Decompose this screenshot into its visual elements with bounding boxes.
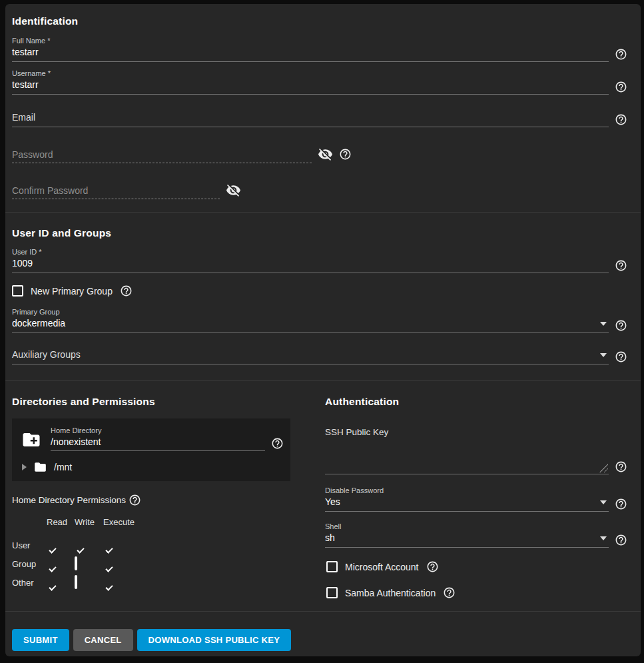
- home-directory-field[interactable]: Home Directory /nonexistent: [51, 426, 265, 451]
- help-icon[interactable]: [615, 113, 627, 126]
- cancel-button[interactable]: CANCEL: [73, 629, 133, 651]
- help-icon[interactable]: [615, 460, 627, 473]
- shell-select[interactable]: Shell sh: [325, 522, 609, 548]
- microsoft-account-label: Microsoft Account: [345, 562, 419, 572]
- full-name-field[interactable]: Full Name * testarr: [12, 37, 609, 62]
- home-directory-label: Home Directory: [51, 426, 265, 434]
- microsoft-account-checkbox[interactable]: [326, 561, 338, 572]
- disable-password-value[interactable]: Yes: [325, 496, 609, 507]
- group-write-checkbox[interactable]: [75, 556, 77, 570]
- ssh-public-key-label: SSH Public Key: [325, 427, 627, 437]
- auxiliary-groups-select[interactable]: Auxiliary Groups: [12, 349, 609, 364]
- section-title-authentication: Authentication: [325, 396, 627, 408]
- disable-password-label: Disable Password: [325, 486, 609, 494]
- auxiliary-groups-placeholder[interactable]: Auxiliary Groups: [12, 349, 609, 360]
- samba-authentication-row: Samba Authentication: [326, 586, 627, 599]
- disable-password-select[interactable]: Disable Password Yes: [325, 486, 609, 512]
- primary-group-label: Primary Group: [12, 308, 609, 316]
- help-icon[interactable]: [339, 148, 352, 161]
- tree-node-label[interactable]: /mnt: [54, 462, 72, 472]
- help-icon[interactable]: [615, 259, 627, 272]
- chevron-down-icon[interactable]: [600, 500, 607, 504]
- chevron-down-icon[interactable]: [600, 322, 607, 326]
- user-id-field[interactable]: User ID * 1009: [12, 248, 609, 273]
- full-name-value[interactable]: testarr: [12, 47, 609, 57]
- help-icon[interactable]: [615, 350, 627, 363]
- help-icon[interactable]: [615, 534, 627, 546]
- shell-value[interactable]: sh: [325, 532, 609, 543]
- ssh-public-key-textarea[interactable]: [325, 437, 609, 474]
- shell-label: Shell: [325, 522, 609, 530]
- expand-arrow-icon[interactable]: [22, 464, 27, 470]
- password-row: Password: [12, 147, 627, 163]
- chevron-down-icon[interactable]: [600, 536, 607, 540]
- new-primary-group-checkbox[interactable]: [12, 285, 23, 297]
- email-field[interactable]: Email: [12, 112, 609, 127]
- permissions-col-execute: Execute: [103, 517, 138, 527]
- help-icon[interactable]: [426, 560, 439, 573]
- section-directories-authentication: Directories and Permissions Home Directo…: [5, 380, 641, 611]
- home-directory-tree-panel: Home Directory /nonexistent /mnt: [12, 418, 290, 481]
- help-icon[interactable]: [615, 81, 627, 93]
- user-form-card: Identification Full Name * testarr Usern…: [5, 4, 641, 656]
- permissions-col-write: Write: [75, 517, 103, 527]
- section-title-identification: Identification: [12, 15, 627, 27]
- chevron-down-icon[interactable]: [600, 353, 607, 357]
- tree-node-mnt[interactable]: /mnt: [22, 460, 284, 474]
- help-icon[interactable]: [271, 437, 284, 450]
- create-folder-icon[interactable]: [20, 430, 43, 450]
- permissions-row-label: Other: [12, 578, 47, 588]
- visibility-off-icon[interactable]: [318, 147, 333, 162]
- home-directory-value[interactable]: /nonexistent: [51, 436, 265, 447]
- confirm-password-row: Confirm Password: [12, 183, 627, 199]
- permissions-row-label: Group: [12, 559, 47, 569]
- confirm-password-placeholder[interactable]: Confirm Password: [12, 185, 220, 196]
- folder-icon: [33, 460, 48, 474]
- help-icon[interactable]: [615, 319, 627, 332]
- new-primary-group-label: New Primary Group: [31, 286, 113, 297]
- password-placeholder[interactable]: Password: [12, 149, 312, 160]
- visibility-off-icon[interactable]: [226, 183, 241, 198]
- user-id-value[interactable]: 1009: [12, 258, 609, 269]
- user-id-label: User ID *: [12, 248, 609, 256]
- help-icon[interactable]: [443, 586, 456, 599]
- download-ssh-key-button[interactable]: DOWNLOAD SSH PUBLIC KEY: [137, 629, 292, 651]
- permissions-grid: Read Write Execute User Group: [12, 517, 308, 592]
- submit-button[interactable]: SUBMIT: [12, 629, 69, 651]
- home-directory-row: Home Directory /nonexistent: [20, 426, 284, 451]
- email-placeholder[interactable]: Email: [12, 112, 609, 123]
- section-identification: Identification Full Name * testarr Usern…: [5, 4, 641, 212]
- section-user-id-groups: User ID and Groups User ID * 1009 New Pr…: [5, 212, 641, 380]
- disable-password-row: Disable Password Yes: [325, 486, 627, 512]
- permissions-row-group: Group: [12, 554, 308, 573]
- section-title-user-id-groups: User ID and Groups: [12, 227, 627, 239]
- confirm-password-field[interactable]: Confirm Password: [12, 185, 220, 199]
- microsoft-account-row: Microsoft Account: [326, 560, 627, 573]
- primary-group-value[interactable]: dockermedia: [12, 318, 609, 329]
- help-icon[interactable]: [615, 48, 627, 61]
- primary-group-select[interactable]: Primary Group dockermedia: [12, 308, 609, 333]
- permissions-row-other: Other: [12, 573, 308, 592]
- permissions-col-read: Read: [47, 517, 75, 527]
- other-write-checkbox[interactable]: [75, 575, 77, 589]
- new-primary-group-row: New Primary Group: [12, 285, 627, 297]
- full-name-row: Full Name * testarr: [12, 37, 627, 62]
- samba-authentication-label: Samba Authentication: [345, 588, 436, 598]
- username-label: Username *: [12, 69, 609, 77]
- user-id-row: User ID * 1009: [12, 248, 627, 273]
- help-icon[interactable]: [615, 498, 627, 510]
- samba-authentication-checkbox[interactable]: [326, 587, 338, 598]
- full-name-label: Full Name *: [12, 37, 609, 45]
- password-field[interactable]: Password: [12, 149, 312, 163]
- permissions-label: Home Directory Permissions: [12, 495, 126, 505]
- help-icon[interactable]: [129, 494, 141, 506]
- shell-row: Shell sh: [325, 522, 627, 548]
- form-actions: SUBMIT CANCEL DOWNLOAD SSH PUBLIC KEY: [5, 611, 641, 656]
- username-value[interactable]: testarr: [12, 79, 609, 90]
- ssh-public-key-row: [325, 437, 627, 474]
- username-field[interactable]: Username * testarr: [12, 69, 609, 95]
- resize-handle-icon[interactable]: [599, 464, 608, 472]
- help-icon[interactable]: [120, 285, 133, 297]
- home-directory-permissions-header: Home Directory Permissions: [12, 494, 308, 506]
- auxiliary-groups-row: Auxiliary Groups: [12, 349, 627, 364]
